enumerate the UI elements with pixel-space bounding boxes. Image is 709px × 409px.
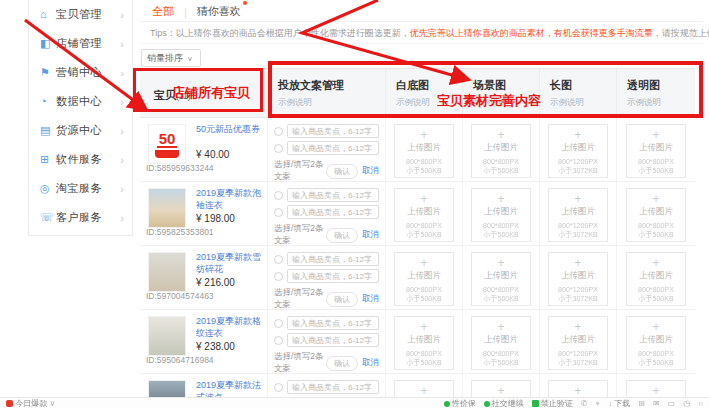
- selling-point-input[interactable]: [287, 124, 379, 138]
- checkbox[interactable]: [274, 127, 283, 136]
- clock-icon[interactable]: ◷: [683, 399, 690, 408]
- product-count: (11): [176, 91, 191, 101]
- cancel-button[interactable]: 取消: [362, 357, 379, 369]
- sidebar: ⌂ 宝贝管理 › ◧ 店铺管理 › ⚑ 营销中心 › ◔ 数据中心 › ▤ 货源…: [28, 0, 133, 236]
- selling-point-input[interactable]: [287, 188, 379, 202]
- target-icon[interactable]: ⌖: [595, 399, 600, 409]
- upload-size-spec: 800*800PX: [628, 157, 683, 166]
- example-link[interactable]: 示例说明: [396, 97, 462, 109]
- selling-point-input[interactable]: [287, 316, 379, 330]
- sidebar-item[interactable]: ⌂ 宝贝管理 ›: [29, 0, 132, 29]
- upload-image-button[interactable]: + 上传图片 800*800PX 小于500KB: [471, 252, 531, 306]
- sidebar-item-label: 客户服务: [56, 210, 120, 225]
- upload-image-button[interactable]: + 上传图片 800*800PX 小于500KB: [626, 252, 686, 306]
- selling-point-input[interactable]: [287, 333, 379, 347]
- product-title-link[interactable]: 50元新品优惠券: [196, 123, 263, 148]
- tab-guess-you-like[interactable]: 猜你喜欢: [197, 4, 241, 19]
- upload-image-button[interactable]: + 上传图片 800*1200PX 小于3072KB: [548, 124, 608, 178]
- example-link[interactable]: 示例说明: [473, 97, 539, 109]
- sidebar-item[interactable]: ◧ 店铺管理 ›: [29, 29, 132, 58]
- product-title-link[interactable]: 2019夏季新款雪纺碎花半身裙女中长款高腰白: [196, 251, 263, 276]
- checkbox[interactable]: [274, 191, 283, 200]
- upload-size-limit: 小于500KB: [473, 166, 528, 176]
- plus-icon: +: [395, 129, 453, 141]
- upload-image-button[interactable]: + 上传图片 800*800PX 小于500KB: [626, 316, 686, 370]
- upload-label: 上传图片: [549, 334, 607, 346]
- sidebar-item[interactable]: ◔ 数据中心 ›: [29, 87, 132, 116]
- sidebar-item[interactable]: ⚑ 营销中心 ›: [29, 58, 132, 87]
- tab-all[interactable]: 全部: [152, 4, 174, 19]
- confirm-button[interactable]: 确认: [326, 292, 358, 307]
- cancel-button[interactable]: 取消: [362, 165, 379, 177]
- confirm-button[interactable]: 确认: [326, 164, 358, 179]
- sidebar-item[interactable]: ⊞ 软件服务 ›: [29, 145, 132, 174]
- plus-icon: +: [549, 129, 607, 141]
- selling-point-input[interactable]: [287, 380, 379, 394]
- product-title-link[interactable]: 2019夏季新款格纹连衣裙女修身显瘦小众网红: [196, 315, 263, 340]
- header-cell: 投放文案管理 示例说明: [268, 69, 386, 117]
- cancel-button[interactable]: 取消: [362, 229, 379, 241]
- plugin-item[interactable]: 禁止验证: [532, 398, 573, 409]
- upload-image-button[interactable]: + 上传图片 800*800PX 小于500KB: [471, 124, 531, 178]
- upload-image-button[interactable]: + 上传图片 800*800PX 小于500KB: [471, 188, 531, 242]
- product-image[interactable]: 50: [148, 124, 186, 164]
- sidebar-item-label: 宝贝管理: [56, 7, 120, 22]
- product-image[interactable]: [148, 316, 186, 356]
- upload-image-button[interactable]: + 上传图片 800*800PX 小于500KB: [394, 188, 454, 242]
- selling-point-input[interactable]: [287, 252, 379, 266]
- confirm-button[interactable]: 确认: [326, 356, 358, 371]
- sort-dropdown[interactable]: 销量排序 ∨: [141, 49, 201, 67]
- panel-icon[interactable]: ▭: [668, 399, 676, 408]
- selling-point-input[interactable]: [287, 141, 379, 155]
- hot-items-button[interactable]: 今日爆款 ∨: [6, 398, 55, 409]
- confirm-button[interactable]: 确认: [326, 228, 358, 243]
- upload-image-button[interactable]: + 上传图片 800*1200PX 小于3072KB: [548, 252, 608, 306]
- upload-size-limit: 小于500KB: [396, 166, 451, 176]
- download-button[interactable]: ↓ 下载: [608, 398, 630, 409]
- checkbox[interactable]: [274, 383, 283, 392]
- sort-dropdown-label: 销量排序: [147, 52, 183, 65]
- upload-image-button[interactable]: + 上传图片 800*800PX 小于500KB: [394, 252, 454, 306]
- upload-image-button[interactable]: + 上传图片 800*1200PX 小于3072KB: [548, 188, 608, 242]
- notification-dot: [243, 1, 247, 5]
- upload-cell: + 上传图片 800*800PX 小于500KB: [386, 182, 463, 247]
- chat-icon[interactable]: ✉: [653, 399, 660, 408]
- checkbox[interactable]: [274, 319, 283, 328]
- product-title-link[interactable]: 2019夏季新款泡袖连衣裙女碎花短袖T恤中长款: [196, 187, 263, 212]
- upload-size-spec: 800*800PX: [396, 285, 451, 294]
- upload-image-button[interactable]: + 上传图片 800*800PX 小于500KB: [394, 124, 454, 178]
- checkbox[interactable]: [274, 255, 283, 264]
- upload-image-button[interactable]: + 上传图片 800*800PX 小于500KB: [626, 188, 686, 242]
- phone-icon[interactable]: ✆: [581, 399, 588, 408]
- sidebar-item[interactable]: ▤ 货源中心 ›: [29, 116, 132, 145]
- plugin-item[interactable]: 性价保: [444, 398, 476, 409]
- plus-icon: +: [395, 257, 453, 269]
- product-price: ¥ 238.00: [196, 341, 263, 352]
- sidebar-item[interactable]: ◎ 淘宝服务 ›: [29, 174, 132, 203]
- cancel-button[interactable]: 取消: [362, 293, 379, 305]
- copy-management-cell: 选择/填写2条文案 确认 取消: [268, 246, 386, 311]
- upload-image-button[interactable]: + 上传图片 800*800PX 小于500KB: [626, 124, 686, 178]
- example-link[interactable]: 示例说明: [627, 97, 695, 109]
- upload-image-button[interactable]: + 上传图片 800*800PX 小于500KB: [394, 316, 454, 370]
- example-link[interactable]: 示例说明: [278, 97, 385, 109]
- window-icon[interactable]: ⊞: [638, 399, 645, 408]
- upload-image-button[interactable]: + 上传图片 800*800PX 小于500KB: [471, 316, 531, 370]
- selling-point-input[interactable]: [287, 205, 379, 219]
- checkbox[interactable]: [274, 144, 283, 153]
- upload-cell: + 上传图片 800*1200PX 小于3072KB: [540, 246, 617, 311]
- checkbox[interactable]: [274, 336, 283, 345]
- divider: [140, 43, 703, 44]
- plugin-item[interactable]: 社交继续: [484, 398, 524, 409]
- upload-label: 上传图片: [627, 142, 685, 154]
- product-image[interactable]: [148, 188, 186, 228]
- checkbox[interactable]: [274, 208, 283, 217]
- circle-icon[interactable]: ○: [698, 399, 703, 408]
- upload-size-spec: 800*800PX: [473, 157, 528, 166]
- selling-point-input[interactable]: [287, 269, 379, 283]
- checkbox[interactable]: [274, 272, 283, 281]
- sidebar-item[interactable]: ☏ 客户服务 ›: [29, 203, 132, 232]
- product-image[interactable]: [148, 252, 186, 292]
- example-link[interactable]: 示例说明: [550, 97, 616, 109]
- upload-image-button[interactable]: + 上传图片 800*1200PX 小于3072KB: [548, 316, 608, 370]
